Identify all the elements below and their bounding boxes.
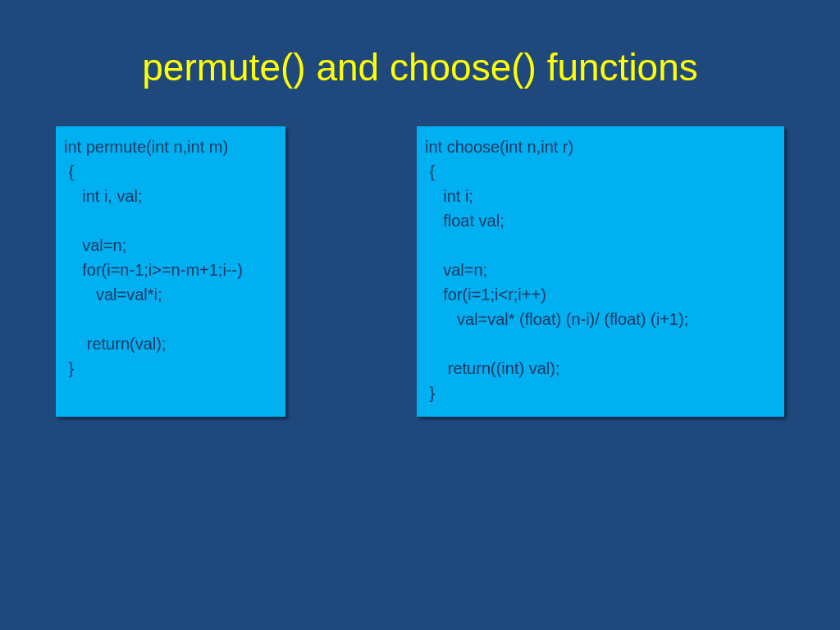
- code-line: val=val* (float) (n-i)/ (float) (i+1);: [425, 310, 688, 328]
- code-line: int i;: [425, 187, 473, 205]
- code-line: {: [64, 162, 74, 180]
- code-line: int i, val;: [64, 187, 143, 205]
- slide-title: permute() and choose() functions: [0, 0, 840, 126]
- code-line: val=n;: [64, 236, 126, 254]
- code-line: val=n;: [425, 261, 487, 279]
- code-line: {: [425, 162, 435, 180]
- code-columns: int permute(int n,int m) { int i, val; v…: [0, 126, 840, 417]
- code-line: for(i=n-1;i>=n-m+1;i--): [64, 261, 243, 279]
- code-line: }: [64, 359, 74, 377]
- code-line: return(val);: [64, 335, 166, 353]
- choose-code-box: int choose(int n,int r) { int i; float v…: [417, 126, 784, 417]
- code-line: val=val*i;: [64, 285, 162, 304]
- permute-code-box: int permute(int n,int m) { int i, val; v…: [56, 126, 285, 417]
- code-line: return((int) val);: [425, 359, 559, 377]
- code-line: for(i=1;i<r;i++): [425, 285, 546, 304]
- code-line: int choose(int n,int r): [425, 138, 573, 156]
- code-line: float val;: [425, 212, 504, 230]
- code-line: }: [425, 384, 435, 402]
- code-line: int permute(int n,int m): [64, 138, 228, 156]
